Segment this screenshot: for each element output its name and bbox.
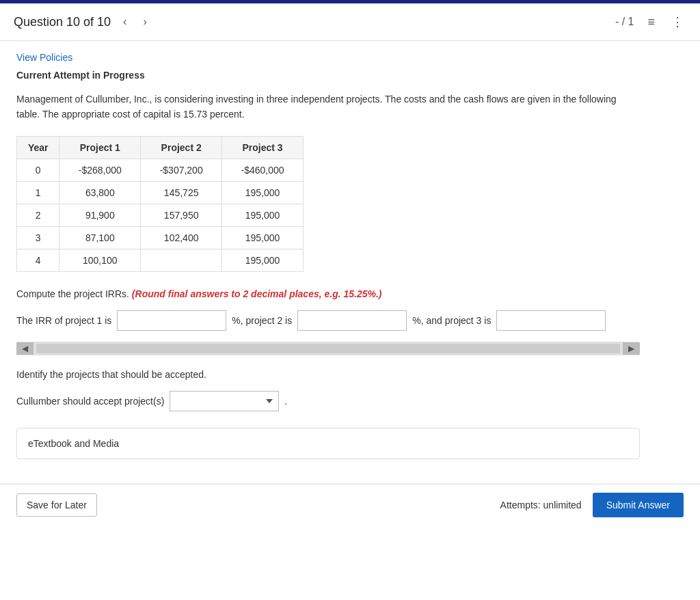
etextbook-label: eTextbook and Media — [28, 438, 119, 449]
scroll-right-button[interactable]: ▶ — [623, 342, 640, 355]
irr-label2: %, project 2 is — [232, 315, 292, 326]
save-later-button[interactable]: Save for Later — [16, 493, 97, 517]
submit-button[interactable]: Submit Answer — [593, 493, 684, 517]
table-cell-r2-c0: 2 — [17, 204, 59, 226]
irr-input-row: The IRR of project 1 is %, project 2 is … — [16, 310, 640, 331]
score-display: - / 1 — [615, 16, 634, 28]
compute-prefix: Compute the project IRRs. — [16, 288, 129, 299]
col-year: Year — [17, 136, 59, 159]
compute-highlight: (Round final answers to 2 decimal places… — [132, 288, 382, 299]
attempts-label: Attempts: unlimited — [500, 500, 582, 510]
table-cell-r2-c3: 195,000 — [222, 204, 304, 226]
table-cell-r0-c0: 0 — [17, 159, 59, 181]
scroll-left-button[interactable]: ◀ — [16, 342, 33, 355]
irr-label3: %, and project 3 is — [412, 315, 491, 326]
header-right: - / 1 ≡ ⋮ — [615, 12, 686, 32]
table-cell-r3-c3: 195,000 — [222, 226, 304, 249]
accept-dot: . — [284, 396, 287, 407]
irr-input-3[interactable] — [496, 310, 606, 331]
col-project1: Project 1 — [59, 136, 141, 159]
current-attempt-label: Current Attempt in Progress — [16, 70, 640, 81]
main-content: View Policies Current Attempt in Progres… — [0, 41, 656, 484]
question-body: Management of Cullumber, Inc., is consid… — [16, 92, 640, 122]
question-title: Question 10 of 10 — [14, 15, 111, 29]
irr-input-1[interactable] — [117, 310, 226, 331]
irr-label1: The IRR of project 1 is — [16, 315, 111, 326]
list-icon-button[interactable]: ≡ — [645, 12, 658, 32]
footer: Save for Later Attempts: unlimited Submi… — [0, 484, 700, 526]
compute-text: Compute the project IRRs. (Round final a… — [16, 288, 640, 299]
table-cell-r0-c3: -$460,000 — [222, 159, 304, 181]
table-cell-r3-c2: 102,400 — [141, 226, 222, 249]
table-row: 387,100102,400195,000 — [17, 226, 304, 249]
footer-right: Attempts: unlimited Submit Answer — [500, 493, 684, 517]
table-cell-r0-c1: -$268,000 — [59, 159, 141, 181]
table-cell-r2-c1: 91,900 — [59, 204, 141, 226]
irr-input-2[interactable] — [297, 310, 407, 331]
more-icon-button[interactable]: ⋮ — [669, 12, 686, 32]
view-policies-link[interactable]: View Policies — [16, 52, 72, 63]
horizontal-scrollbar[interactable]: ◀ ▶ — [16, 342, 640, 355]
table-cell-r3-c0: 3 — [17, 226, 59, 249]
table-row: 291,900157,950195,000 — [17, 204, 304, 226]
table-row: 0-$268,000-$307,200-$460,000 — [17, 159, 304, 181]
table-cell-r4-c2 — [141, 249, 222, 271]
table-cell-r4-c0: 4 — [17, 249, 59, 271]
header-left: Question 10 of 10 ‹ › — [14, 13, 151, 31]
accept-row: Cullumber should accept project(s) 1231 … — [16, 391, 640, 411]
table-row: 163,800145,725195,000 — [17, 181, 304, 204]
table-cell-r3-c1: 87,100 — [59, 226, 141, 249]
etextbook-box: eTextbook and Media — [16, 428, 640, 459]
accept-select[interactable]: 1231 and 21 and 32 and 31, 2, and 3 — [170, 391, 279, 411]
table-cell-r0-c2: -$307,200 — [141, 159, 222, 181]
prev-button[interactable]: ‹ — [119, 13, 131, 31]
table-cell-r4-c1: 100,100 — [59, 249, 141, 271]
header: Question 10 of 10 ‹ › - / 1 ≡ ⋮ — [0, 3, 700, 41]
table-header-row: Year Project 1 Project 2 Project 3 — [17, 136, 304, 159]
data-table: Year Project 1 Project 2 Project 3 0-$26… — [16, 136, 304, 272]
table-cell-r2-c2: 157,950 — [141, 204, 222, 226]
table-cell-r1-c3: 195,000 — [222, 181, 304, 204]
next-button[interactable]: › — [139, 13, 150, 31]
scrollbar-track — [36, 344, 620, 353]
identify-text: Identify the projects that should be acc… — [16, 369, 640, 380]
table-cell-r1-c2: 145,725 — [141, 181, 222, 204]
table-cell-r1-c0: 1 — [17, 181, 59, 204]
col-project2: Project 2 — [141, 136, 222, 159]
table-cell-r1-c1: 63,800 — [59, 181, 141, 204]
table-row: 4100,100195,000 — [17, 249, 304, 271]
col-project3: Project 3 — [222, 136, 304, 159]
table-cell-r4-c3: 195,000 — [222, 249, 304, 271]
accept-label: Cullumber should accept project(s) — [16, 396, 164, 407]
